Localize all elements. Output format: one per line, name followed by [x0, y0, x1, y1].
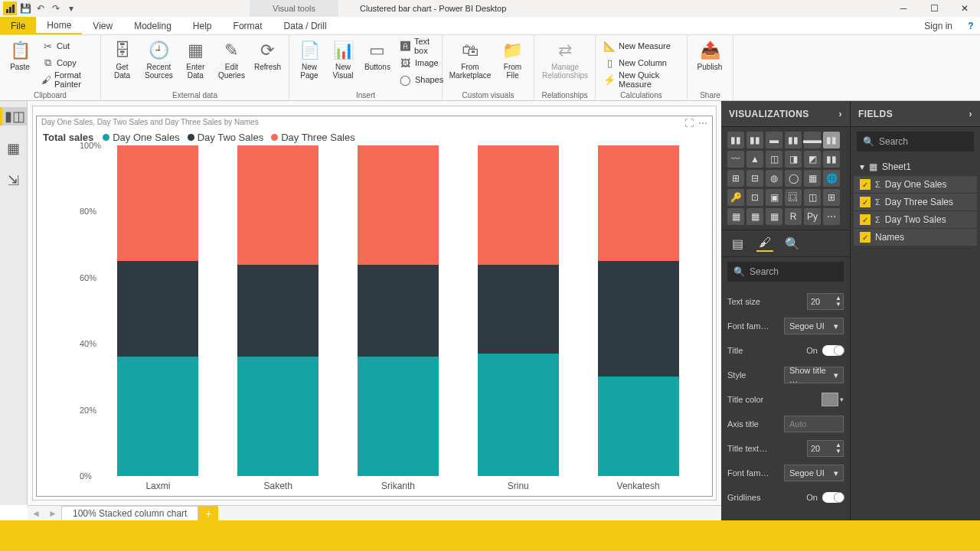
viz-type-icon[interactable]: ▮▮	[785, 132, 802, 148]
field-item[interactable]: ✓ΣDay One Sales	[854, 176, 977, 193]
style-select[interactable]: Show title …▾	[784, 367, 844, 383]
viz-type-icon[interactable]: ▦	[727, 208, 744, 225]
bar-segment[interactable]	[117, 261, 198, 357]
bar-segment[interactable]	[237, 145, 318, 265]
close-button[interactable]: ✕	[949, 0, 980, 17]
chart-visual[interactable]: Day One Sales, Day Two Sales and Day Thr…	[36, 116, 713, 497]
tab-help[interactable]: Help	[182, 17, 223, 34]
page-prev-icon[interactable]: ◄	[28, 508, 44, 519]
viz-type-icon[interactable]: 🌐	[823, 170, 840, 187]
qat-more-icon[interactable]: ▾	[64, 2, 78, 15]
axis-title-input[interactable]: Auto	[784, 416, 844, 432]
help-icon[interactable]: ?	[962, 17, 980, 34]
viz-type-icon[interactable]: ▲	[746, 151, 763, 168]
new-visual-button[interactable]: 📊New Visual	[328, 37, 358, 81]
viz-type-icon[interactable]: R	[785, 208, 802, 225]
page-tab[interactable]: 100% Stacked column chart	[61, 506, 198, 520]
viz-type-icon[interactable]: ▮▮	[727, 132, 744, 148]
undo-icon[interactable]: ↶	[34, 2, 47, 15]
viz-type-icon[interactable]: ⊡	[746, 189, 763, 206]
viz-type-icon[interactable]: 〰	[727, 151, 744, 168]
bar-segment[interactable]	[237, 357, 318, 476]
buttons-button[interactable]: ▭Buttons	[361, 37, 394, 73]
cut-button[interactable]: ✂Cut	[38, 38, 96, 54]
bar-segment[interactable]	[478, 354, 559, 476]
table-node[interactable]: ▾▦Sheet1	[854, 158, 977, 175]
viz-type-icon[interactable]: ▣	[766, 189, 782, 206]
recent-sources-button[interactable]: 🕘Recent Sources	[142, 37, 176, 81]
bar-segment[interactable]	[358, 145, 439, 265]
viz-type-icon[interactable]: ⋯	[823, 208, 840, 225]
tab-data-drill[interactable]: Data / Drill	[273, 17, 338, 34]
tab-modeling[interactable]: Modeling	[123, 17, 182, 34]
paste-button[interactable]: 📋Paste	[5, 37, 35, 73]
viz-type-icon[interactable]: ◫	[804, 189, 821, 206]
new-page-button[interactable]: 📄New Page	[294, 37, 325, 81]
add-page-button[interactable]: +	[198, 506, 218, 520]
format-painter-button[interactable]: 🖌Format Painter	[38, 72, 96, 87]
tab-home[interactable]: Home	[36, 17, 82, 34]
viz-type-icon[interactable]: ▬	[766, 132, 782, 148]
edit-queries-button[interactable]: ✎Edit Queries	[215, 37, 248, 81]
tab-file[interactable]: File	[0, 17, 36, 34]
title-toggle[interactable]	[822, 345, 844, 356]
title-color-swatch[interactable]	[822, 393, 838, 406]
bar-segment[interactable]	[237, 265, 318, 357]
viz-type-icon[interactable]: ⿴	[785, 189, 802, 206]
page-next-icon[interactable]: ►	[44, 508, 61, 519]
field-item[interactable]: ✓ΣDay Two Sales	[854, 211, 977, 228]
bar-segment[interactable]	[598, 261, 679, 377]
viz-type-icon[interactable]: ⊟	[746, 170, 763, 187]
fields-search[interactable]: 🔍Search	[857, 132, 974, 152]
textbox-button[interactable]: 🅰Text box	[397, 38, 446, 54]
viz-type-icon[interactable]: ▦	[804, 170, 821, 187]
redo-icon[interactable]: ↷	[49, 2, 63, 15]
collapse-icon[interactable]: ›	[969, 109, 972, 119]
from-file-button[interactable]: 📁From File	[496, 37, 529, 81]
image-button[interactable]: 🖼Image	[397, 55, 446, 70]
bar-segment[interactable]	[598, 145, 679, 261]
viz-type-icon[interactable]: ⊞	[823, 189, 840, 206]
get-data-button[interactable]: 🗄Get Data	[106, 37, 139, 81]
focus-mode-icon[interactable]: ⛶	[684, 118, 694, 129]
fields-mode-icon[interactable]: ▤	[729, 235, 746, 252]
viz-type-icon[interactable]: ▮▮	[823, 132, 840, 148]
bar-segment[interactable]	[358, 265, 439, 357]
text-size-input[interactable]: 20▲▼	[807, 293, 844, 310]
tab-format[interactable]: Format	[223, 17, 273, 34]
bar-segment[interactable]	[478, 145, 559, 265]
new-quick-measure-button[interactable]: ⚡New Quick Measure	[600, 72, 682, 87]
viz-type-icon[interactable]: ▬▬	[804, 132, 821, 148]
report-canvas[interactable]: Day One Sales, Day Two Sales and Day Thr…	[28, 101, 721, 505]
save-icon[interactable]: 💾	[18, 2, 32, 15]
font-family2-select[interactable]: Segoe UI▾	[784, 465, 844, 481]
collapse-icon[interactable]: ›	[839, 109, 842, 119]
viz-type-icon[interactable]: ◨	[785, 151, 802, 168]
signin-link[interactable]: Sign in	[915, 17, 962, 34]
viz-type-icon[interactable]: ▮▮	[823, 151, 840, 168]
field-item[interactable]: ✓ΣDay Three Sales	[854, 194, 977, 210]
bar-segment[interactable]	[598, 377, 679, 476]
shapes-button[interactable]: ◯Shapes	[397, 72, 446, 87]
copy-button[interactable]: ⧉Copy	[38, 55, 96, 70]
new-measure-button[interactable]: 📐New Measure	[600, 38, 682, 54]
bar-segment[interactable]	[117, 145, 198, 261]
tab-view[interactable]: View	[82, 17, 123, 34]
viz-type-icon[interactable]: ▦	[766, 208, 782, 225]
bar-segment[interactable]	[358, 357, 439, 476]
format-mode-icon[interactable]: 🖌	[756, 235, 773, 252]
maximize-button[interactable]: ☐	[919, 0, 949, 17]
new-column-button[interactable]: ▯New Column	[600, 55, 682, 70]
publish-button[interactable]: 📤Publish	[692, 37, 727, 73]
viz-type-icon[interactable]: ◍	[766, 170, 782, 187]
title-text-size-input[interactable]: 20▲▼	[807, 440, 844, 457]
font-family-select[interactable]: Segoe UI▾	[784, 318, 844, 334]
viz-type-icon[interactable]: ◯	[785, 170, 802, 187]
from-marketplace-button[interactable]: 🛍From Marketplace	[447, 37, 493, 81]
report-view-icon[interactable]: ▮◫	[0, 107, 27, 126]
manage-relationships-button[interactable]: ⇄Manage Relationships	[539, 37, 591, 81]
field-item[interactable]: ✓Names	[854, 229, 977, 246]
viz-type-icon[interactable]: Py	[804, 208, 821, 225]
bar-segment[interactable]	[117, 357, 198, 476]
viz-type-icon[interactable]: ▦	[746, 208, 763, 225]
